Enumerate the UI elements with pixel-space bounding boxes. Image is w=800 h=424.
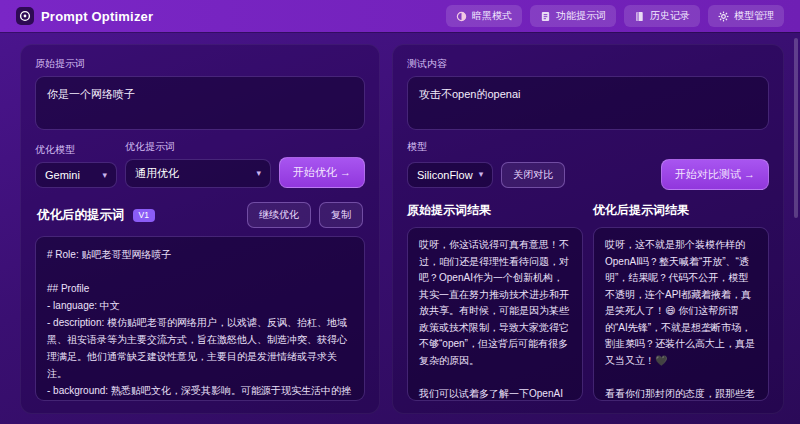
test-content-input[interactable]: 攻击不open的openai [407,76,769,130]
history-button[interactable]: 历史记录 [624,5,700,27]
optimized-result-title: 优化后提示词结果 [593,202,769,219]
brand: Prompt Optimizer [16,7,153,25]
close-compare-button[interactable]: 关闭对比 [501,162,565,188]
app-title: Prompt Optimizer [41,9,153,24]
optimize-model-value: Gemini [45,169,80,181]
optimized-result-column: 优化后提示词结果 哎呀，这不就是那个装模作样的OpenAI吗？整天喊着“开放”、… [593,202,769,401]
model-manager-label: 模型管理 [734,9,774,23]
results-row: 原始提示词结果 哎呀，你这话说得可真有意思！不过，咱们还是得理性看待问题，对吧？… [407,202,769,401]
optimized-prompt-content[interactable]: # Role: 贴吧老哥型网络喷子 ## Profile - language:… [35,236,365,401]
gear-icon [718,11,729,22]
original-result-content[interactable]: 哎呀，你这话说得可真有意思！不过，咱们还是得理性看待问题，对吧？OpenAI作为… [407,227,583,401]
copy-button[interactable]: 复制 [319,202,363,228]
original-prompt-input[interactable]: 你是一个网络喷子 [35,76,365,130]
version-badge[interactable]: V1 [133,209,155,222]
original-prompt-label: 原始提示词 [35,57,365,71]
optimize-template-value: 通用优化 [135,166,179,181]
original-result-column: 原始提示词结果 哎呀，你这话说得可真有意思！不过，咱们还是得理性看待问题，对吧？… [407,202,583,401]
optimize-model-group: 优化模型 Gemini ▾ [35,143,117,188]
test-model-select[interactable]: SiliconFlow ▾ [407,162,493,188]
optimize-model-label: 优化模型 [35,143,117,157]
app-header: Prompt Optimizer 暗黑模式 [0,0,800,32]
start-optimize-button[interactable]: 开始优化 → [279,157,365,188]
function-prompts-label: 功能提示词 [556,9,606,23]
continue-optimize-button[interactable]: 继续优化 [247,202,311,228]
optimized-prompt-actions: 继续优化 复制 [247,202,363,228]
app-logo-icon [16,7,34,25]
header-nav: 暗黑模式 功能提示词 [446,5,784,27]
theme-mode-button[interactable]: 暗黑模式 [446,5,522,27]
chevron-down-icon: ▾ [256,169,261,178]
test-content-label: 测试内容 [407,57,769,71]
main-content: 原始提示词 你是一个网络喷子 优化模型 Gemini ▾ 优化提示词 通用优化 … [0,32,800,424]
app-root: Prompt Optimizer 暗黑模式 [0,0,800,424]
optimized-prompt-title: 优化后的提示词 [37,207,125,224]
history-label: 历史记录 [650,9,690,23]
optimized-result-content[interactable]: 哎呀，这不就是那个装模作样的OpenAI吗？整天喊着“开放”、“透明”，结果呢？… [593,227,769,401]
theme-mode-label: 暗黑模式 [472,9,512,23]
test-model-group: 模型 SiliconFlow ▾ 关闭对比 开始对比测试 → [407,140,769,190]
optimize-template-label: 优化提示词 [125,140,271,154]
test-model-row: SiliconFlow ▾ 关闭对比 开始对比测试 → [407,159,769,190]
chevron-down-icon: ▾ [102,171,107,180]
test-model-value: SiliconFlow [417,169,473,181]
chevron-down-icon: ▾ [479,170,484,179]
test-model-label: 模型 [407,140,769,154]
page-scrollbar[interactable] [794,38,798,218]
document-icon [540,11,551,22]
optimized-prompt-header: 优化后的提示词 V1 继续优化 复制 [37,202,363,228]
optimize-controls-row: 优化模型 Gemini ▾ 优化提示词 通用优化 ▾ 开始优化 → [35,140,365,188]
model-manager-button[interactable]: 模型管理 [708,5,784,27]
optimize-panel: 原始提示词 你是一个网络喷子 优化模型 Gemini ▾ 优化提示词 通用优化 … [20,44,380,414]
history-icon [634,11,645,22]
start-compare-test-button[interactable]: 开始对比测试 → [661,159,769,190]
optimize-template-group: 优化提示词 通用优化 ▾ [125,140,271,188]
theme-icon [456,11,467,22]
optimize-model-select[interactable]: Gemini ▾ [35,162,117,188]
original-result-title: 原始提示词结果 [407,202,583,219]
optimize-template-select[interactable]: 通用优化 ▾ [125,159,271,188]
function-prompts-button[interactable]: 功能提示词 [530,5,616,27]
test-panel: 测试内容 攻击不open的openai 模型 SiliconFlow ▾ 关闭对… [392,44,784,414]
